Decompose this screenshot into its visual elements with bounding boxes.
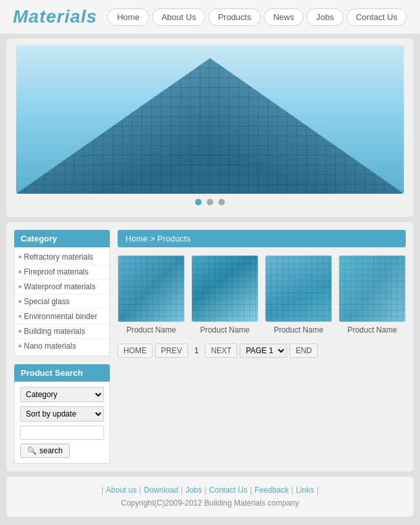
footer-link[interactable]: About us xyxy=(106,486,136,495)
product-item[interactable]: Product Name xyxy=(118,255,185,335)
carousel-dot-0[interactable] xyxy=(195,199,202,205)
footer-link[interactable]: Feedback xyxy=(255,486,289,495)
footer: |About us|Download|Jobs|Contact Us|Feedb… xyxy=(6,477,414,517)
sidebar-category-link[interactable]: Refractory materials xyxy=(15,250,109,265)
nav-products[interactable]: Products xyxy=(208,8,260,26)
nav-news[interactable]: News xyxy=(264,8,304,26)
main-nav: HomeAbout UsProductsNewsJobsContact Us xyxy=(107,8,407,26)
carousel-dot-2[interactable] xyxy=(218,199,225,205)
products-panel: Home > Products Product NameProduct Name… xyxy=(118,230,406,464)
sort-select[interactable]: Sort by update xyxy=(20,406,104,422)
category-title: Category xyxy=(14,230,110,247)
footer-links: |About us|Download|Jobs|Contact Us|Feedb… xyxy=(16,486,404,495)
search-title: Product Search xyxy=(14,364,110,382)
footer-link[interactable]: Download xyxy=(144,486,178,495)
footer-separator: | xyxy=(139,486,141,495)
sidebar-category-link[interactable]: Environmental binder xyxy=(15,309,109,324)
nav-home[interactable]: Home xyxy=(107,8,149,26)
pagination: HOME PREV 1 NEXT PAGE 1 END xyxy=(118,344,406,358)
footer-separator: | xyxy=(181,486,183,495)
nav-about[interactable]: About Us xyxy=(152,8,205,26)
hero-container xyxy=(6,39,414,217)
sidebar-category-link[interactable]: Waterproof materials xyxy=(15,280,109,294)
product-thumbnail xyxy=(118,255,185,322)
header: Materials HomeAbout UsProductsNewsJobsCo… xyxy=(0,0,420,34)
nav-contact[interactable]: Contact Us xyxy=(346,8,407,26)
breadcrumb: Home > Products xyxy=(118,230,406,247)
thumb-inner xyxy=(192,256,258,322)
sidebar-category-link[interactable]: Fireproof materials xyxy=(15,265,109,280)
footer-link[interactable]: Links xyxy=(296,486,314,495)
search-body: Category Sort by update 🔍 search xyxy=(14,382,110,464)
pagination-current: 1 xyxy=(191,344,203,357)
category-links: Refractory materialsFireproof materialsW… xyxy=(14,247,110,356)
pagination-prev[interactable]: PREV xyxy=(155,344,188,358)
thumb-inner xyxy=(266,256,331,322)
sidebar-category-link[interactable]: Special glass xyxy=(15,294,109,309)
product-grid: Product NameProduct NameProduct NameProd… xyxy=(118,255,406,335)
product-item[interactable]: Product Name xyxy=(191,255,258,335)
footer-link[interactable]: Jobs xyxy=(185,486,202,495)
main-content: Category Refractory materialsFireproof m… xyxy=(6,222,414,471)
category-select[interactable]: Category xyxy=(20,387,104,402)
footer-separator: | xyxy=(204,486,206,495)
product-name: Product Name xyxy=(200,325,250,335)
footer-separator: | xyxy=(250,486,252,495)
sidebar: Category Refractory materialsFireproof m… xyxy=(14,230,110,464)
footer-copyright: Copyright(C)2009-2012 Building Materials… xyxy=(16,499,404,508)
product-thumbnail xyxy=(191,255,258,322)
product-search-section: Product Search Category Sort by update 🔍… xyxy=(14,364,110,464)
product-name: Product Name xyxy=(127,325,176,335)
nav-jobs[interactable]: Jobs xyxy=(306,8,343,26)
hero-banner xyxy=(16,45,404,194)
sidebar-category-link[interactable]: Nano materials xyxy=(15,339,109,353)
product-thumbnail xyxy=(339,255,406,322)
product-name: Product Name xyxy=(274,325,324,335)
footer-separator: | xyxy=(291,486,293,495)
thumb-inner xyxy=(118,256,184,322)
search-input[interactable] xyxy=(20,426,104,440)
pagination-select[interactable]: PAGE 1 xyxy=(240,344,287,358)
product-item[interactable]: Product Name xyxy=(339,255,406,335)
product-name: Product Name xyxy=(348,325,397,335)
thumb-inner xyxy=(339,256,405,322)
search-button[interactable]: 🔍 search xyxy=(20,444,70,458)
product-item[interactable]: Product Name xyxy=(265,255,332,335)
pagination-home[interactable]: HOME xyxy=(118,344,152,358)
footer-separator: | xyxy=(317,486,319,495)
footer-link[interactable]: Contact Us xyxy=(209,486,247,495)
footer-separator: | xyxy=(101,486,103,495)
pagination-end[interactable]: END xyxy=(289,344,317,358)
logo: Materials xyxy=(13,6,97,27)
sidebar-category-link[interactable]: Building materials xyxy=(15,324,109,339)
pagination-next[interactable]: NEXT xyxy=(205,344,237,358)
carousel-dot-1[interactable] xyxy=(207,199,213,205)
product-thumbnail xyxy=(265,255,332,322)
search-icon: 🔍 xyxy=(27,446,37,455)
carousel-dots xyxy=(16,199,404,205)
